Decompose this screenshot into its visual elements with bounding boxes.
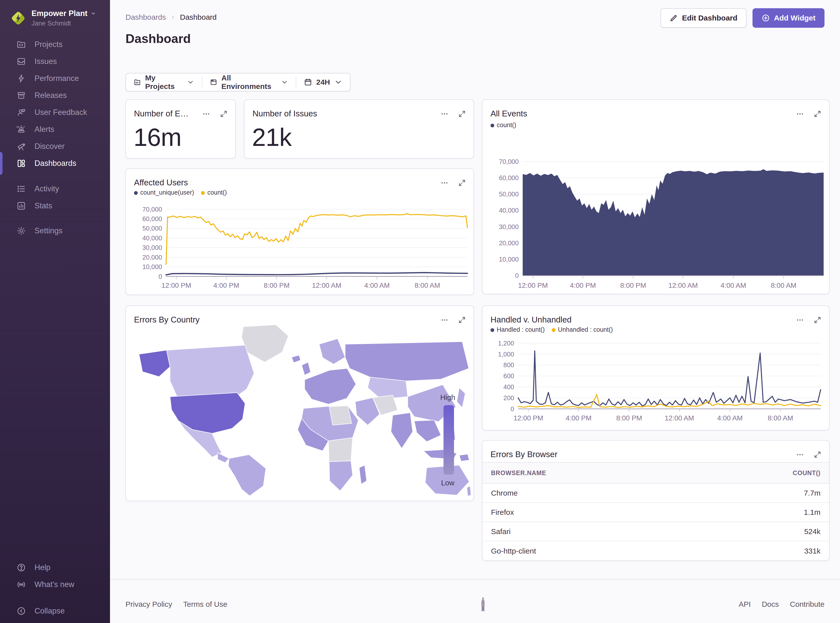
ellipsis-menu-icon[interactable] <box>796 451 804 459</box>
table-row[interactable]: Chrome 7.7m <box>483 483 829 503</box>
sidebar-item-whats-new[interactable]: What's new <box>0 576 110 593</box>
sidebar-item-help[interactable]: Help <box>0 559 110 576</box>
sidebar-item-performance[interactable]: Performance <box>0 70 110 87</box>
activity-icon <box>17 184 26 193</box>
svg-text:12:00 PM: 12:00 PM <box>518 282 548 289</box>
svg-text:1,200: 1,200 <box>498 340 514 347</box>
broadcast-icon <box>17 580 26 589</box>
svg-text:12:00 AM: 12:00 AM <box>669 282 698 289</box>
sidebar-item-label: Projects <box>34 40 63 49</box>
errors-count-value: 16m <box>134 123 182 152</box>
docs-link[interactable]: Docs <box>762 600 779 609</box>
sidebar-item-label: Help <box>34 563 51 572</box>
chevron-down-icon <box>91 11 96 16</box>
time-range-filter[interactable]: 24H <box>296 74 350 91</box>
svg-text:8:00 PM: 8:00 PM <box>620 282 646 289</box>
sidebar-item-label: Issues <box>34 57 57 66</box>
plus-circle-icon <box>762 14 770 22</box>
table-row[interactable]: Firefox 1.1m <box>483 503 829 522</box>
project-filter[interactable]: My Projects <box>126 74 202 91</box>
sidebar-item-label: User Feedback <box>34 108 87 117</box>
svg-text:40,000: 40,000 <box>499 207 519 214</box>
environment-filter-label: All Environments <box>221 74 277 91</box>
browser-name: Safari <box>491 527 511 536</box>
svg-text:0: 0 <box>158 273 162 280</box>
contribute-link[interactable]: Contribute <box>790 600 825 609</box>
svg-text:12:00 AM: 12:00 AM <box>312 282 341 289</box>
svg-text:70,000: 70,000 <box>143 206 162 213</box>
svg-text:70,000: 70,000 <box>499 158 519 165</box>
expand-icon[interactable] <box>814 451 822 459</box>
widget-affected-users: Affected Users count_unique(user) count(… <box>126 168 474 295</box>
page-footer: Privacy Policy Terms of Use API Docs Con… <box>110 579 840 623</box>
svg-text:8:00 PM: 8:00 PM <box>616 414 642 422</box>
table-row[interactable]: Safari 524k <box>483 522 829 541</box>
ellipsis-menu-icon[interactable] <box>440 110 449 118</box>
projects-icon <box>17 40 26 49</box>
user-name: Jane Schmidt <box>31 20 96 27</box>
org-switcher[interactable]: Empower Plant Jane Schmidt <box>10 9 96 27</box>
sidebar-item-label: Stats <box>34 201 52 210</box>
svg-text:10,000: 10,000 <box>499 256 519 263</box>
calendar-icon <box>304 78 312 86</box>
sidebar-item-settings[interactable]: Settings <box>0 222 110 239</box>
ellipsis-menu-icon[interactable] <box>202 110 210 118</box>
svg-text:12:00 AM: 12:00 AM <box>665 414 694 422</box>
browser-count: 7.7m <box>804 489 820 497</box>
edit-dashboard-label: Edit Dashboard <box>682 14 737 22</box>
svg-text:60,000: 60,000 <box>143 215 162 222</box>
issues-icon <box>17 57 26 66</box>
privacy-policy-link[interactable]: Privacy Policy <box>126 600 172 609</box>
sidebar-collapse-button[interactable]: Collapse <box>0 603 110 620</box>
discover-icon <box>17 142 26 151</box>
column-browser-name: BROWSER.NAME <box>491 470 546 477</box>
main-content: Dashboards Dashboard Dashboard Edit Dash… <box>110 0 840 623</box>
sidebar-item-label: Releases <box>34 91 67 100</box>
sidebar-nav: Projects Issues Performance Releases Use… <box>0 36 110 239</box>
footer-left-links: Privacy Policy Terms of Use <box>126 600 227 609</box>
sidebar-item-projects[interactable]: Projects <box>0 36 110 53</box>
sidebar: Empower Plant Jane Schmidt Projects Issu… <box>0 0 110 623</box>
widget-all-events: All Events count() 010,00020,00030,00040… <box>482 100 829 294</box>
table-row[interactable]: Go-http-client 331k <box>483 541 829 560</box>
sidebar-item-label: Activity <box>34 184 59 193</box>
svg-text:4:00 AM: 4:00 AM <box>364 282 390 289</box>
sidebar-item-label: What's new <box>34 580 74 589</box>
browser-count: 1.1m <box>804 508 820 517</box>
terms-of-use-link[interactable]: Terms of Use <box>183 600 228 609</box>
time-range-label: 24H <box>316 78 330 86</box>
breadcrumb-dashboards-link[interactable]: Dashboards <box>126 13 166 21</box>
sidebar-item-user-feedback[interactable]: User Feedback <box>0 104 110 121</box>
svg-text:20,000: 20,000 <box>499 239 519 247</box>
sidebar-item-activity[interactable]: Activity <box>0 180 110 197</box>
svg-text:50,000: 50,000 <box>499 190 519 198</box>
chart-affected[interactable]: 010,00020,00030,00040,00050,00060,00070,… <box>126 169 474 295</box>
org-logo-icon <box>10 10 26 26</box>
expand-icon[interactable] <box>220 110 228 118</box>
sidebar-item-dashboards[interactable]: Dashboards <box>0 155 110 172</box>
add-widget-button[interactable]: Add Widget <box>752 8 825 28</box>
sidebar-item-alerts[interactable]: Alerts <box>0 121 110 138</box>
widget-title: Number of Errors <box>134 109 189 118</box>
expand-icon[interactable] <box>458 110 466 118</box>
api-link[interactable]: API <box>739 600 751 609</box>
sidebar-item-issues[interactable]: Issues <box>0 53 110 70</box>
releases-icon <box>17 91 26 100</box>
browser-name: Firefox <box>491 508 514 517</box>
chart-handled[interactable]: 02004006008001,0001,20012:00 PM4:00 PM8:… <box>483 306 829 430</box>
svg-text:12:00 PM: 12:00 PM <box>162 282 191 289</box>
alerts-icon <box>17 125 26 134</box>
sidebar-item-stats[interactable]: Stats <box>0 197 110 214</box>
chart-all-events[interactable]: 010,00020,00030,00040,00050,00060,00070,… <box>483 100 829 294</box>
breadcrumb: Dashboards Dashboard <box>126 13 217 21</box>
pencil-icon <box>669 14 678 22</box>
stats-icon <box>17 201 26 210</box>
widget-errors-by-country: Errors By Country <box>126 305 474 501</box>
map-errors-by-country[interactable] <box>129 322 471 497</box>
svg-text:12:00 PM: 12:00 PM <box>514 414 543 422</box>
sidebar-item-releases[interactable]: Releases <box>0 87 110 104</box>
sidebar-item-discover[interactable]: Discover <box>0 138 110 155</box>
environment-filter[interactable]: All Environments <box>202 74 296 91</box>
edit-dashboard-button[interactable]: Edit Dashboard <box>660 8 746 28</box>
filter-bar: My Projects All Environments 24H <box>126 73 351 91</box>
